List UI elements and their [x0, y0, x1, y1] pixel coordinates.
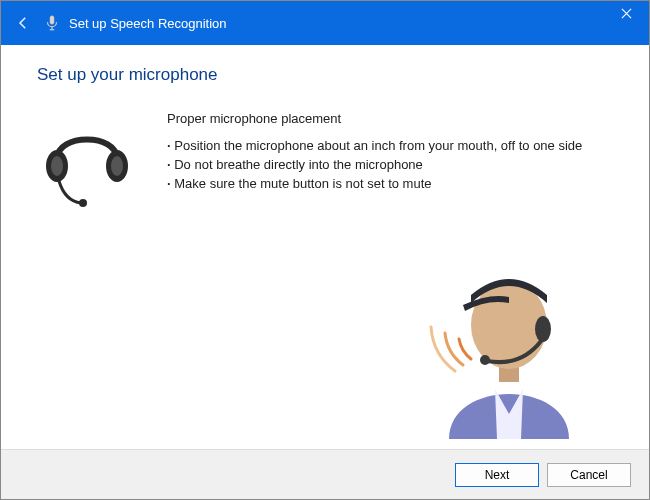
person-headset-image	[409, 239, 609, 439]
titlebar: Set up Speech Recognition	[1, 1, 649, 45]
microphone-icon	[43, 14, 61, 32]
bullet-item: Make sure the mute button is not set to …	[167, 174, 582, 193]
svg-point-9	[480, 355, 490, 365]
window-title: Set up Speech Recognition	[69, 16, 227, 31]
wizard-footer: Next Cancel	[1, 449, 649, 499]
instruction-row: Proper microphone placement Position the…	[37, 111, 613, 211]
headset-image	[37, 111, 137, 211]
wizard-content: Set up your microphone Proper microphone…	[1, 45, 649, 449]
back-button[interactable]	[9, 9, 37, 37]
instruction-bullets: Position the microphone about an inch fr…	[167, 136, 582, 193]
svg-point-5	[79, 199, 87, 207]
svg-rect-0	[50, 16, 55, 25]
instruction-subtitle: Proper microphone placement	[167, 111, 582, 126]
svg-point-2	[51, 156, 63, 176]
bullet-item: Position the microphone about an inch fr…	[167, 136, 582, 155]
svg-point-4	[111, 156, 123, 176]
cancel-button[interactable]: Cancel	[547, 463, 631, 487]
close-button[interactable]	[603, 1, 649, 25]
svg-point-8	[535, 316, 551, 342]
bullet-item: Do not breathe directly into the microph…	[167, 155, 582, 174]
instruction-text: Proper microphone placement Position the…	[167, 111, 582, 193]
page-heading: Set up your microphone	[37, 65, 613, 85]
next-button[interactable]: Next	[455, 463, 539, 487]
